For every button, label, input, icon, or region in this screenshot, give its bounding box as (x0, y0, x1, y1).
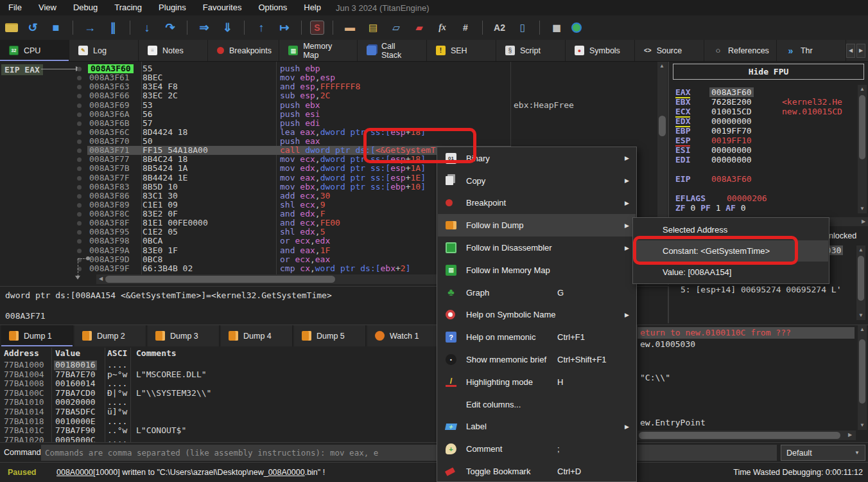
menu-item-highlighting-mode[interactable]: /Highlighting modeH (438, 371, 636, 393)
pause-icon[interactable]: ∥ (105, 19, 121, 36)
register-row[interactable]: ECX010015CDnew.010015CD (670, 107, 856, 116)
register-row[interactable]: EIP008A3F60 (670, 174, 856, 184)
dump-tab-dump-4[interactable]: Dump 4 (221, 325, 293, 346)
tab-references[interactable]: ○References (704, 40, 777, 61)
disasm-row[interactable]: 008A3F618BECmov ebp,esp (0, 73, 656, 82)
function-icon[interactable]: fx (434, 19, 451, 36)
command-input[interactable] (41, 445, 777, 461)
stack-vscroll-thumb[interactable] (859, 339, 865, 404)
menu-debug[interactable]: Debug (65, 0, 106, 15)
disasm-row[interactable]: 008A3F6C8D4424 18lea eax,dword ptr ss:[e… (0, 128, 656, 137)
scroll-up-icon[interactable]: ▲ (856, 245, 865, 254)
stack-row[interactable] (638, 350, 855, 361)
patches-icon[interactable]: ▬ (342, 19, 358, 36)
modules-icon[interactable]: ▯ (514, 19, 531, 36)
menu-file[interactable]: File (0, 0, 30, 15)
menu-tracing[interactable]: Tracing (106, 0, 150, 15)
menu-item-edit-columns-[interactable]: Edit columns... (438, 393, 636, 416)
submenu-item-constant-getsystemtime-[interactable]: Constant: <GetSystemTime> (634, 240, 828, 262)
register-row[interactable]: EDI00000000 (670, 155, 856, 165)
scroll-right-icon[interactable]: ▶ (859, 217, 868, 226)
disasm-row[interactable]: 008A3F6953push ebxebx:HeapFree (0, 101, 656, 110)
breakpoint-dot[interactable] (77, 76, 82, 80)
menu-item-breakpoint[interactable]: Breakpoint▶ (438, 192, 636, 215)
menu-item-label[interactable]: +Label▶ (438, 416, 636, 438)
skip-exceptions-icon[interactable]: S (310, 21, 324, 35)
register-row[interactable]: EAX008A3F60 (670, 87, 856, 97)
menu-item-help-on-symbolic-name[interactable]: Help on Symbolic Name▶ (438, 304, 636, 326)
calling-convention-combo[interactable]: Default ▼ (781, 445, 865, 461)
scroll-up-icon[interactable]: ▲ (657, 62, 666, 71)
breakpoint-dot[interactable] (77, 239, 82, 244)
breakpoint-dot[interactable] (77, 103, 82, 108)
run-to-user-code-icon[interactable]: ↦ (276, 19, 293, 36)
menu-options[interactable]: Options (250, 0, 295, 15)
scroll-down-icon[interactable]: ▼ (858, 421, 867, 430)
submenu-item-selected-address[interactable]: Selected Address (634, 219, 828, 240)
breakpoint-dot[interactable] (77, 166, 82, 171)
menu-item-follow-in-dump[interactable]: Follow in Dump▶ (438, 214, 636, 237)
tab-scroll-right-icon[interactable]: ▶ (856, 44, 865, 58)
menu-item-help-on-mnemonic[interactable]: ?Help on mnemonicCtrl+F1 (438, 326, 636, 348)
tab-notes[interactable]: ≡Notes (139, 40, 208, 61)
menu-help[interactable]: Help (295, 0, 329, 15)
breakpoint-dot[interactable] (77, 221, 82, 226)
menu-item-toggle-bookmark[interactable]: Toggle BookmarkCtrl+D (438, 460, 636, 482)
disasm-row[interactable]: 008A3F6B57push edi (0, 119, 656, 128)
tab-seh[interactable]: !SEH (427, 40, 496, 61)
scroll-left-icon[interactable]: ◀ (96, 274, 105, 283)
step-out-icon[interactable]: ↑ (253, 19, 270, 36)
menu-item-show-mnemonic-brief[interactable]: •Show mnemonic briefCtrl+Shift+F1 (438, 348, 636, 371)
calculator-icon[interactable]: ▦ (548, 19, 565, 36)
breakpoint-dot[interactable] (77, 249, 82, 253)
menu-item-comment[interactable]: +Comment; (438, 438, 636, 460)
tab-cpu[interactable]: 32CPU (0, 40, 69, 61)
dump-tab-dump-2[interactable]: Dump 2 (74, 325, 146, 346)
tab-symbols[interactable]: ●Symbols (566, 40, 635, 61)
breakpoint-dot[interactable] (77, 139, 82, 144)
tab-memory-map[interactable]: ▥Memory Map (279, 40, 358, 61)
hash-icon[interactable]: # (457, 19, 474, 36)
status-address-link[interactable]: 008A0000 (56, 468, 93, 477)
font-icon[interactable]: A2 (491, 19, 508, 36)
register-row[interactable]: EBP0019FF70 (670, 126, 856, 136)
scroll-down-icon[interactable]: ▼ (858, 204, 867, 213)
tab-script[interactable]: §Script (496, 40, 566, 61)
scroll-down-icon[interactable]: ▼ (856, 311, 865, 320)
tab-log[interactable]: ✎Log (69, 40, 139, 61)
stack-hscroll-thumb[interactable] (639, 432, 840, 439)
registers-vscroll-thumb[interactable] (859, 95, 865, 159)
comments-icon[interactable]: ▤ (365, 19, 381, 36)
tab-scroll-left-icon[interactable]: ◀ (846, 44, 855, 58)
stack-vscrollbar[interactable]: ▲ ▼ (858, 325, 867, 430)
dump-tab-dump-1[interactable]: Dump 1 (1, 325, 73, 346)
disasm-row[interactable]: 008A3F6383E4 F8and esp,FFFFFFF8 (0, 82, 656, 91)
breakpoint-dot[interactable] (77, 121, 82, 126)
bookmarks-icon[interactable]: ▰ (411, 19, 428, 36)
menu-item-copy[interactable]: Copy▶ (438, 170, 636, 192)
register-row[interactable]: EBX7628E200<kernel32.He (670, 97, 856, 107)
hide-fpu-button[interactable]: Hide FPU (673, 64, 864, 80)
disasm-row[interactable]: 008A3F6683EC 2Csub esp,2C (0, 91, 656, 100)
breakpoint-dot[interactable] (77, 176, 82, 181)
breakpoint-dot[interactable] (77, 94, 82, 98)
stack-row[interactable]: ew.01005030 (638, 339, 855, 350)
dump-tab-watch-1[interactable]: Watch 1 (367, 325, 439, 346)
registers-vscrollbar[interactable]: ▲ ▼ (858, 85, 867, 213)
tab-thr[interactable]: »Thr (777, 40, 846, 61)
tab-breakpoints[interactable]: Breakpoints (208, 40, 279, 61)
register-row[interactable]: EFLAGS00000206 (670, 193, 856, 203)
breakpoint-dot[interactable] (77, 130, 82, 135)
tab-source[interactable]: <>Source (635, 40, 704, 61)
submenu-item-value-008aa154-[interactable]: Value: [008AA154] (634, 262, 828, 283)
animate-into-icon[interactable]: ⇒ (196, 19, 213, 36)
disasm-row[interactable]: 008A3F6055push ebp (0, 64, 656, 73)
breakpoint-dot[interactable] (77, 148, 82, 153)
breakpoint-dot[interactable] (77, 112, 82, 117)
globe-icon[interactable] (571, 22, 582, 33)
labels-icon[interactable]: ▱ (388, 19, 404, 36)
menu-view[interactable]: View (30, 0, 65, 15)
argument-row[interactable]: 5: [esp+14] 00695274 00695274 L' (681, 285, 841, 294)
menu-item-binary[interactable]: 01Binary▶ (438, 147, 636, 170)
register-row[interactable]: ESI00000000 (670, 145, 856, 155)
